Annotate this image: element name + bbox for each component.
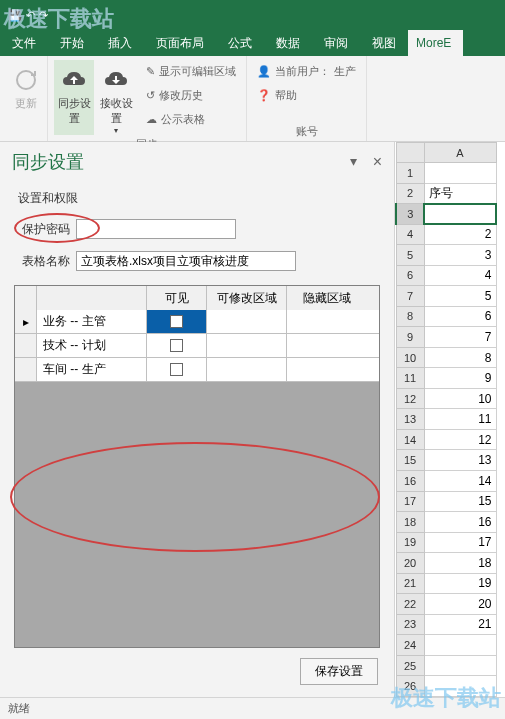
- sheet-area[interactable]: A 12序号3425364758697108119121013111412151…: [395, 142, 505, 697]
- recv-settings-button[interactable]: 接收设置 ▾: [96, 60, 136, 135]
- row-header[interactable]: 11: [396, 368, 424, 389]
- perm-row[interactable]: ▸业务 -- 主管: [15, 310, 379, 334]
- cell[interactable]: 6: [424, 306, 496, 327]
- row-header[interactable]: 4: [396, 224, 424, 245]
- cell[interactable]: 9: [424, 368, 496, 389]
- menu-more[interactable]: MoreE: [408, 30, 463, 56]
- menu-home[interactable]: 开始: [48, 30, 96, 56]
- show-editable-button[interactable]: ✎ 显示可编辑区域: [142, 60, 240, 82]
- col-header-a[interactable]: A: [424, 143, 496, 163]
- row-header[interactable]: 3: [396, 204, 424, 225]
- cell[interactable]: 16: [424, 512, 496, 533]
- cell[interactable]: 序号: [424, 183, 496, 204]
- cell[interactable]: 3: [424, 245, 496, 266]
- perm-mod-cell[interactable]: [207, 310, 287, 333]
- cell[interactable]: [424, 655, 496, 676]
- cell[interactable]: 13: [424, 450, 496, 471]
- cell[interactable]: [424, 163, 496, 184]
- col-modifiable[interactable]: 可修改区域: [207, 286, 287, 310]
- row-header[interactable]: 26: [396, 676, 424, 697]
- row-header[interactable]: 8: [396, 306, 424, 327]
- col-visible[interactable]: 可见: [147, 286, 207, 310]
- cell[interactable]: 19: [424, 573, 496, 594]
- cell[interactable]: 4: [424, 265, 496, 286]
- checkbox-icon[interactable]: [170, 339, 183, 352]
- cell[interactable]: 17: [424, 532, 496, 553]
- row-header[interactable]: 10: [396, 347, 424, 368]
- row-header[interactable]: 19: [396, 532, 424, 553]
- cell[interactable]: 12: [424, 429, 496, 450]
- perm-mod-cell[interactable]: [207, 358, 287, 381]
- cell[interactable]: [424, 204, 496, 225]
- perm-visible-cell[interactable]: [147, 358, 207, 381]
- row-header[interactable]: 2: [396, 183, 424, 204]
- pane-menu-icon[interactable]: ▾: [350, 153, 357, 171]
- sync-settings-button[interactable]: 同步设置: [54, 60, 94, 135]
- cell[interactable]: 10: [424, 388, 496, 409]
- cell[interactable]: 21: [424, 614, 496, 635]
- cell[interactable]: 8: [424, 347, 496, 368]
- cell[interactable]: 5: [424, 286, 496, 307]
- table-name-input[interactable]: [76, 251, 296, 271]
- menu-review[interactable]: 审阅: [312, 30, 360, 56]
- menu-formulas[interactable]: 公式: [216, 30, 264, 56]
- cell[interactable]: 18: [424, 553, 496, 574]
- publish-button[interactable]: ☁ 公示表格: [142, 108, 240, 130]
- row-header[interactable]: 21: [396, 573, 424, 594]
- undo-icon[interactable]: ↶: [26, 9, 35, 22]
- perm-row[interactable]: 车间 -- 生产: [15, 358, 379, 382]
- edit-history-button[interactable]: ↺ 修改历史: [142, 84, 240, 106]
- row-header[interactable]: 13: [396, 409, 424, 430]
- perm-name: 车间 -- 生产: [37, 358, 147, 381]
- save-icon[interactable]: 💾: [8, 9, 22, 22]
- menu-layout[interactable]: 页面布局: [144, 30, 216, 56]
- permission-grid: 可见 可修改区域 隐藏区域 ▸业务 -- 主管技术 -- 计划车间 -- 生产: [14, 285, 380, 648]
- menu-insert[interactable]: 插入: [96, 30, 144, 56]
- perm-hide-cell[interactable]: [287, 310, 367, 333]
- cell[interactable]: 20: [424, 594, 496, 615]
- redo-icon[interactable]: ↷: [39, 9, 48, 22]
- perm-hide-cell[interactable]: [287, 358, 367, 381]
- close-icon[interactable]: ×: [373, 153, 382, 171]
- menu-data[interactable]: 数据: [264, 30, 312, 56]
- help-button[interactable]: ❓ 帮助: [253, 84, 360, 106]
- perm-mod-cell[interactable]: [207, 334, 287, 357]
- row-header[interactable]: 25: [396, 655, 424, 676]
- cell[interactable]: 7: [424, 327, 496, 348]
- sheet-table[interactable]: A 12序号3425364758697108119121013111412151…: [395, 142, 497, 697]
- row-header[interactable]: 15: [396, 450, 424, 471]
- row-header[interactable]: 12: [396, 388, 424, 409]
- row-header[interactable]: 24: [396, 635, 424, 656]
- menu-file[interactable]: 文件: [0, 30, 48, 56]
- row-header[interactable]: 16: [396, 470, 424, 491]
- row-header[interactable]: 18: [396, 512, 424, 533]
- cell[interactable]: 2: [424, 224, 496, 245]
- refresh-button[interactable]: 更新: [6, 60, 46, 111]
- perm-visible-cell[interactable]: [147, 334, 207, 357]
- protect-pwd-input[interactable]: [76, 219, 236, 239]
- row-header[interactable]: 6: [396, 265, 424, 286]
- cell[interactable]: 15: [424, 491, 496, 512]
- row-header[interactable]: 1: [396, 163, 424, 184]
- row-header[interactable]: 14: [396, 429, 424, 450]
- row-header[interactable]: 7: [396, 286, 424, 307]
- perm-visible-cell[interactable]: [147, 310, 207, 333]
- save-settings-button[interactable]: 保存设置: [300, 658, 378, 685]
- menu-view[interactable]: 视图: [360, 30, 408, 56]
- row-header[interactable]: 22: [396, 594, 424, 615]
- row-header[interactable]: 20: [396, 553, 424, 574]
- select-all-cell[interactable]: [396, 143, 424, 163]
- cell[interactable]: [424, 676, 496, 697]
- row-header[interactable]: 17: [396, 491, 424, 512]
- col-hidden[interactable]: 隐藏区域: [287, 286, 367, 310]
- cell[interactable]: 14: [424, 470, 496, 491]
- row-header[interactable]: 9: [396, 327, 424, 348]
- perm-row[interactable]: 技术 -- 计划: [15, 334, 379, 358]
- checkbox-icon[interactable]: [170, 315, 183, 328]
- checkbox-icon[interactable]: [170, 363, 183, 376]
- row-header[interactable]: 23: [396, 614, 424, 635]
- row-header[interactable]: 5: [396, 245, 424, 266]
- cell[interactable]: [424, 635, 496, 656]
- perm-hide-cell[interactable]: [287, 334, 367, 357]
- cell[interactable]: 11: [424, 409, 496, 430]
